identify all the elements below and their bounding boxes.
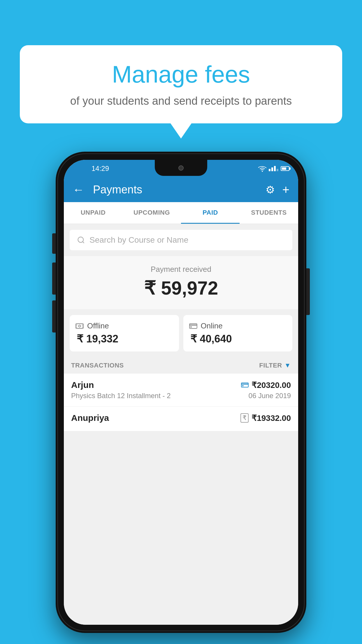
phone-mockup: 14:29 ← Pay	[56, 152, 306, 633]
battery-fill	[282, 167, 286, 170]
table-row[interactable]: Anupriya ₹ ₹19332.00	[64, 407, 298, 431]
svg-rect-13	[242, 385, 243, 386]
svg-rect-8	[189, 323, 197, 328]
search-bar[interactable]: Search by Course or Name	[70, 230, 292, 250]
bubble-title: Manage fees	[37, 61, 325, 88]
camera	[178, 165, 184, 171]
svg-line-1	[82, 242, 84, 243]
svg-rect-2	[76, 323, 83, 328]
svg-rect-11	[241, 383, 248, 387]
signal-icon	[269, 166, 278, 171]
offline-amount: ₹ 19,332	[75, 333, 118, 345]
transaction-amount: ₹19332.00	[252, 413, 291, 423]
online-card: Online ₹ 40,640	[183, 315, 293, 351]
transactions-list: Arjun ₹20320.00 Physics Batch 12 Install…	[64, 374, 298, 431]
filter-icon: ▼	[284, 362, 291, 369]
back-button[interactable]: ←	[73, 183, 84, 196]
bubble-subtitle: of your students and send receipts to pa…	[37, 93, 325, 109]
cash-payment-icon: ₹	[240, 413, 249, 423]
settings-button[interactable]: ⚙	[266, 184, 275, 196]
filter-label: FILTER	[259, 362, 282, 369]
tab-unpaid[interactable]: UNPAID	[64, 202, 122, 224]
transaction-amount-wrap: ₹ ₹19332.00	[240, 413, 291, 423]
svg-rect-10	[190, 326, 192, 328]
online-label: Online	[201, 321, 223, 330]
transactions-label: TRANSACTIONS	[71, 362, 124, 369]
status-icons	[258, 165, 289, 172]
payment-total-amount: ₹ 59,972	[73, 277, 289, 299]
transaction-amount-wrap: ₹20320.00	[241, 380, 291, 390]
payment-received-card: Payment received ₹ 59,972	[64, 256, 298, 309]
payment-subcards: Offline ₹ 19,332 Online ₹ 40,640	[64, 315, 298, 357]
transactions-header: TRANSACTIONS FILTER ▼	[64, 357, 298, 374]
transaction-row-bottom: Physics Batch 12 Installment - 2 06 June…	[71, 392, 291, 400]
search-icon	[77, 236, 85, 244]
wifi-icon	[258, 165, 266, 172]
svg-point-3	[79, 325, 81, 327]
phone-button-power	[306, 268, 310, 315]
transaction-description: Physics Batch 12 Installment - 2	[71, 392, 171, 400]
transaction-name: Anupriya	[71, 413, 109, 423]
tab-students[interactable]: STUDENTS	[240, 202, 298, 224]
speech-bubble: Manage fees of your students and send re…	[20, 45, 342, 123]
battery-icon	[281, 166, 289, 171]
svg-point-0	[78, 237, 84, 243]
page-title: Payments	[93, 183, 266, 196]
search-input[interactable]: Search by Course or Name	[89, 235, 188, 245]
table-row[interactable]: Arjun ₹20320.00 Physics Batch 12 Install…	[64, 374, 298, 407]
status-time: 14:29	[92, 164, 109, 173]
transaction-row-top: Anupriya ₹ ₹19332.00	[71, 413, 291, 423]
add-button[interactable]: +	[282, 183, 289, 197]
offline-card: Offline ₹ 19,332	[70, 315, 179, 351]
offline-header: Offline	[75, 321, 109, 330]
phone-button-vol-mute	[52, 233, 56, 254]
card-payment-icon	[241, 382, 249, 388]
online-header: Online	[189, 321, 223, 330]
tab-paid[interactable]: PAID	[181, 202, 240, 224]
transaction-row-top: Arjun ₹20320.00	[71, 380, 291, 390]
content-area: Search by Course or Name Payment receive…	[64, 224, 298, 625]
transaction-name: Arjun	[71, 380, 94, 390]
card-icon	[189, 323, 197, 329]
payment-received-label: Payment received	[73, 265, 289, 274]
phone-notch	[155, 160, 207, 176]
filter-button[interactable]: FILTER ▼	[259, 362, 291, 369]
online-amount: ₹ 40,640	[189, 333, 232, 345]
tab-upcoming[interactable]: UPCOMING	[122, 202, 181, 224]
phone-button-vol-down	[52, 300, 56, 332]
transaction-amount: ₹20320.00	[252, 380, 291, 390]
app-header: ← Payments ⚙ +	[64, 177, 298, 202]
phone-button-vol-up	[52, 262, 56, 295]
cash-icon	[75, 323, 84, 330]
transaction-date: 06 June 2019	[249, 392, 291, 400]
offline-label: Offline	[87, 321, 109, 330]
phone-screen: 14:29 ← Pay	[64, 160, 298, 625]
tab-bar: UNPAID UPCOMING PAID STUDENTS	[64, 202, 298, 224]
